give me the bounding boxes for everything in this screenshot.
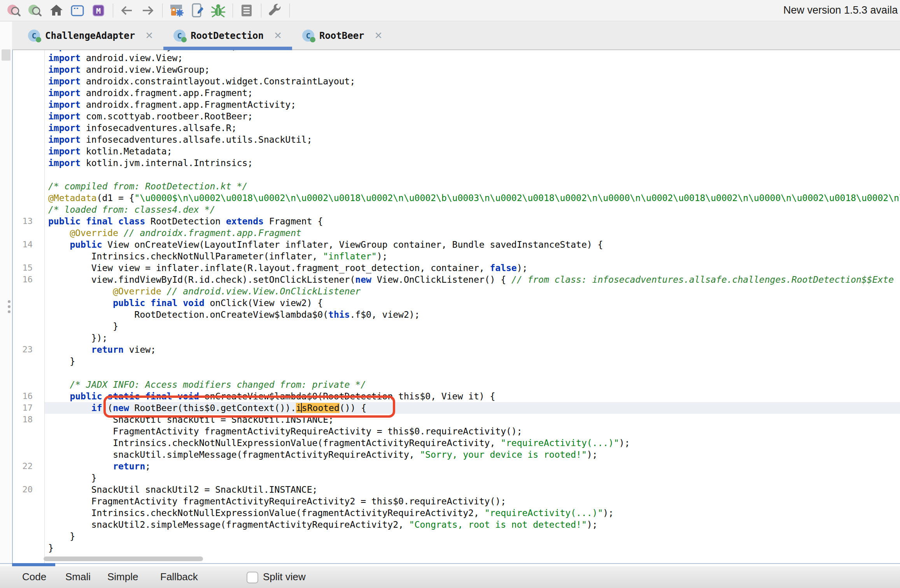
code-line[interactable]: @Override // androidx.fragment.app.Fragm… (13, 227, 900, 239)
splitter-handle[interactable] (8, 300, 11, 314)
code-line[interactable]: FragmentActivity fragmentActivityRequire… (13, 495, 900, 507)
code-text: Intrinsics.checkNotNullParameter(inflate… (48, 250, 387, 262)
code-line[interactable]: } (13, 530, 900, 542)
back-arrow-icon[interactable] (118, 2, 136, 19)
code-line[interactable]: FragmentActivity fragmentActivityRequire… (13, 425, 900, 437)
toolbar-separator (162, 4, 163, 18)
code-text: import infosecadventures.allsafe.R; (48, 122, 237, 134)
code-line[interactable]: Intrinsics.checkNotNullExpressionValue(f… (13, 437, 900, 449)
code-line[interactable] (13, 169, 900, 180)
code-line[interactable]: import android.view.ViewGroup; (13, 64, 900, 75)
code-text: @Override // android.view.View.OnClickLi… (48, 285, 361, 297)
code-line[interactable]: } (13, 542, 900, 554)
editor-bottom-border (0, 563, 900, 564)
editor-tab-RootBeer[interactable]: CRootBeer✕ (292, 22, 393, 49)
code-line[interactable]: 23 return view; (13, 344, 900, 355)
code-line[interactable]: import android.view.View; (13, 52, 900, 64)
code-editor[interactable]: import android.view.LayoutInflater;impor… (12, 50, 900, 563)
code-line[interactable]: 16 public static final void onCreateView… (13, 390, 900, 402)
code-text: Intrinsics.checkNotNullExpressionValue(f… (48, 437, 630, 449)
window-frame-icon[interactable] (68, 2, 86, 19)
code-line[interactable]: 18 SnackUtil snackUtil = SnackUtil.INSTA… (13, 414, 900, 425)
code-line[interactable]: Intrinsics.checkNotNullParameter(inflate… (13, 250, 900, 262)
code-text: public final class RootDetection extends… (48, 215, 323, 227)
code-text: } (48, 530, 75, 542)
code-line[interactable]: @Override // android.view.View.OnClickLi… (13, 285, 900, 297)
code-line[interactable]: import kotlin.Metadata; (13, 145, 900, 157)
home-icon[interactable] (47, 2, 65, 19)
code-text: } (48, 320, 118, 332)
search-class-green-icon[interactable] (26, 2, 44, 19)
split-view-checkbox[interactable] (247, 572, 258, 583)
debug-bug-icon[interactable] (209, 2, 227, 19)
code-line[interactable]: 17 if (new RootBeer(this$0.getContext())… (13, 402, 900, 414)
code-line[interactable]: Intrinsics.checkNotNullExpressionValue(f… (13, 507, 900, 519)
code-line[interactable]: } (13, 320, 900, 332)
code-line[interactable]: import androidx.fragment.app.FragmentAct… (13, 99, 900, 110)
panel-scroll-thumb[interactable] (2, 49, 11, 61)
code-line[interactable]: RootDetection.onCreateView$lambda$0(this… (13, 309, 900, 320)
code-text: import androidx.constraintlayout.widget.… (48, 75, 355, 87)
editor-tab-ChallengeAdapter[interactable]: CChallengeAdapter✕ (18, 22, 163, 49)
code-text: public static final void onCreateView$la… (48, 390, 495, 402)
view-tab-simple[interactable]: Simple (107, 571, 138, 583)
m-badge-icon[interactable]: M (89, 2, 107, 19)
line-number: 16 (13, 274, 33, 285)
code-line[interactable]: import kotlin.jvm.internal.Intrinsics; (13, 157, 900, 169)
code-line[interactable]: import infosecadventures.allsafe.utils.S… (13, 134, 900, 145)
code-text: SnackUtil snackUtil2 = SnackUtil.INSTANC… (48, 484, 317, 495)
tab-close-icon[interactable]: ✕ (375, 30, 383, 41)
code-line[interactable] (13, 367, 900, 379)
code-line[interactable]: @Metadata(d1 = {"\u0000$\n\u0002\u0018\u… (13, 192, 900, 204)
tab-close-icon[interactable]: ✕ (274, 30, 282, 41)
code-text: }); (48, 332, 107, 344)
code-line[interactable]: 13public final class RootDetection exten… (13, 215, 900, 227)
forward-arrow-icon[interactable] (139, 2, 157, 19)
editor-tab-RootDetection[interactable]: CRootDetection✕ (163, 22, 292, 49)
wrench-settings-icon[interactable] (266, 2, 284, 19)
code-line[interactable]: 14 public View onCreateView(LayoutInflat… (13, 239, 900, 250)
horizontal-scrollbar-thumb[interactable] (44, 556, 203, 561)
code-line[interactable]: } (13, 355, 900, 367)
code-line[interactable]: 22 return; (13, 460, 900, 472)
code-line[interactable]: import com.scottyab.rootbeer.RootBeer; (13, 110, 900, 122)
lock-settings-icon[interactable] (167, 2, 185, 19)
search-hit: i (296, 403, 301, 413)
view-tab-smali[interactable]: Smali (65, 571, 91, 583)
device-icon[interactable] (188, 2, 206, 19)
code-text: /* JADX INFO: Access modifiers changed f… (48, 379, 366, 390)
code-line[interactable]: import androidx.fragment.app.Fragment; (13, 87, 900, 99)
code-text: View view = inflater.inflate(R.layout.fr… (48, 262, 527, 274)
view-switch-bar: CodeSmaliSimpleFallback (0, 566, 900, 588)
log-icon[interactable] (238, 2, 256, 19)
code-text: @Metadata(d1 = {"\u0000$\n\u0002\u0018\u… (48, 192, 900, 204)
tab-label: RootDetection (191, 30, 264, 41)
code-line[interactable]: 20 SnackUtil snackUtil2 = SnackUtil.INST… (13, 484, 900, 495)
line-number: 20 (13, 484, 33, 495)
code-text: if (new RootBeer(this$0.getContext()).is… (48, 402, 366, 414)
line-number: 13 (13, 215, 33, 227)
code-line[interactable]: import androidx.constraintlayout.widget.… (13, 75, 900, 87)
view-tab-fallback[interactable]: Fallback (160, 571, 198, 583)
code-line[interactable]: }); (13, 332, 900, 344)
toolbar-separator (113, 4, 113, 18)
editor-tab-bar: CChallengeAdapter✕CRootDetection✕CRootBe… (0, 22, 900, 50)
code-text: Intrinsics.checkNotNullExpressionValue(f… (48, 507, 614, 519)
code-text: } (48, 472, 97, 484)
code-line[interactable]: snackUtil.simpleMessage(fragmentActivity… (13, 449, 900, 460)
code-line[interactable]: /* compiled from: RootDetection.kt */ (13, 180, 900, 192)
tab-close-icon[interactable]: ✕ (145, 30, 153, 41)
search-class-pink-icon[interactable] (5, 2, 23, 19)
code-line[interactable]: 15 View view = inflater.inflate(R.layout… (13, 262, 900, 274)
code-line[interactable]: snackUtil2.simpleMessage(fragmentActivit… (13, 519, 900, 530)
code-line[interactable]: import infosecadventures.allsafe.R; (13, 122, 900, 134)
code-line[interactable]: } (13, 472, 900, 484)
code-line[interactable]: public final void onClick(View view2) { (13, 297, 900, 309)
code-line[interactable]: /* JADX INFO: Access modifiers changed f… (13, 379, 900, 390)
code-text: snackUtil2.simpleMessage(fragmentActivit… (48, 519, 597, 530)
view-tab-code[interactable]: Code (22, 571, 46, 583)
code-line[interactable]: /* loaded from: classes4.dex */ (13, 204, 900, 215)
code-text: return; (48, 460, 151, 472)
code-text: FragmentActivity fragmentActivityRequire… (48, 425, 522, 437)
code-line[interactable]: 16 view.findViewById(R.id.check).setOnCl… (13, 274, 900, 285)
